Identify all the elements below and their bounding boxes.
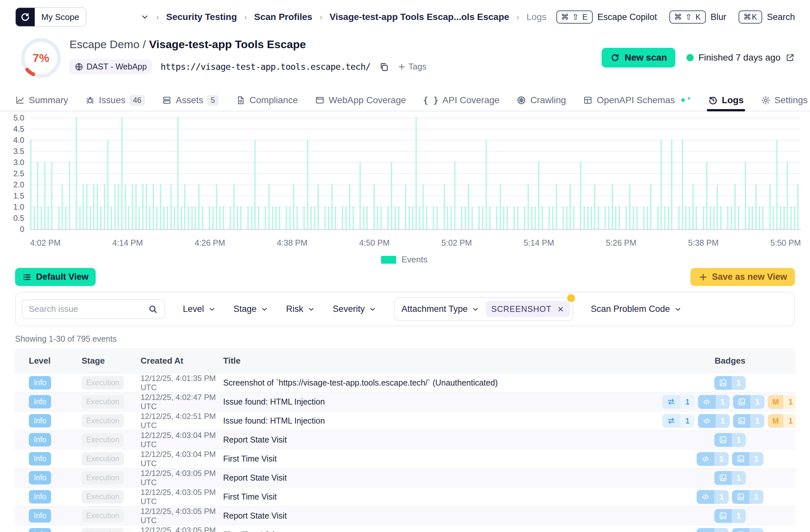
code-badge[interactable]: 1 [697, 528, 728, 532]
tab-crawling[interactable]: Crawling [516, 90, 566, 111]
table-row[interactable]: Info Execution 12/12/25, 4:01:35 PM UTC … [14, 373, 796, 392]
exchange-badge[interactable]: 1 [662, 395, 694, 409]
search-icon [148, 304, 158, 314]
top-bar: My Scope › Security Testing › Scan Profi… [0, 0, 810, 34]
shortcut-search[interactable]: ⌘K Search [739, 11, 795, 23]
status-text: Finished 7 days ago [698, 52, 780, 63]
event-bar [528, 185, 529, 229]
chevron-down-icon[interactable] [141, 13, 149, 21]
event-title: First Time Visit [223, 492, 277, 501]
tab-summary[interactable]: Summary [15, 90, 68, 111]
event-title: Issue found: HTML Injection [223, 416, 325, 425]
search-input[interactable] [29, 304, 148, 314]
code-badge[interactable]: 1 [697, 452, 728, 466]
filter-risk-dropdown[interactable]: Risk [286, 304, 315, 314]
tab-settings[interactable]: Settings [761, 95, 808, 105]
event-bar [517, 207, 518, 229]
breadcrumb-item-security-testing[interactable]: Security Testing [166, 12, 237, 22]
event-bar [139, 207, 140, 229]
table-row[interactable]: Info Execution 12/12/25, 4:03:04 PM UTC … [14, 430, 796, 449]
screenshot-badge[interactable]: 1 [714, 433, 746, 447]
tab-logs[interactable]: Logs [708, 90, 744, 111]
copy-url-button[interactable] [379, 62, 389, 72]
event-bar [419, 207, 420, 229]
level-badge: Info [29, 452, 51, 465]
table-row[interactable]: Info Execution 12/12/25, 4:03:05 PM UTC … [14, 506, 796, 525]
event-bar [496, 207, 498, 229]
x-tick-label: 4:02 PM [30, 238, 61, 248]
swap-arrows-icon [667, 416, 676, 425]
table-row[interactable]: Info Execution 12/12/25, 4:02:51 PM UTC … [14, 411, 796, 430]
event-bar [62, 185, 63, 229]
breadcrumb-item-profile[interactable]: Visage-test-app Tools Escap...ols Escape [330, 12, 509, 22]
tab-assets[interactable]: Assets 5 [162, 90, 218, 111]
event-bar [198, 185, 199, 229]
screenshot-badge[interactable]: 1 [714, 376, 746, 390]
code-badge[interactable]: 1 [698, 395, 730, 409]
chart-plot-area [30, 118, 801, 229]
event-bar [230, 207, 231, 229]
filter-level-dropdown[interactable]: Level [183, 304, 216, 314]
shortcut-blur[interactable]: ⌘ ⇧ K Blur [669, 11, 726, 23]
tab-compliance[interactable]: Compliance [236, 90, 298, 111]
table-row[interactable]: Info Execution 12/12/25, 4:03:05 PM UTC … [14, 487, 796, 506]
event-bar [489, 207, 490, 229]
table-row[interactable]: Info Execution 12/12/25, 4:03:05 PM UTC … [14, 468, 796, 487]
m-letter-icon: M [772, 397, 779, 406]
y-tick-label: 2.0 [4, 180, 24, 189]
event-bar [331, 185, 333, 229]
filter-severity-dropdown[interactable]: Severity [333, 304, 377, 314]
event-bar [83, 185, 84, 229]
screenshot-badge[interactable]: 1 [714, 471, 746, 485]
event-bar [265, 207, 266, 229]
tab-issues[interactable]: Issues 46 [85, 90, 145, 111]
filter-stage-dropdown[interactable]: Stage [233, 304, 269, 314]
event-bar [727, 207, 728, 229]
table-row[interactable]: Info Execution 12/12/25, 4:02:47 PM UTC … [14, 392, 796, 411]
filter-attachment-type-dropdown[interactable]: Attachment Type [401, 304, 480, 314]
screenshot-badge[interactable]: 1 [733, 395, 764, 409]
close-icon[interactable] [557, 305, 565, 313]
event-bar [44, 163, 46, 229]
screenshot-badge[interactable]: 1 [732, 452, 763, 466]
filter-scan-problem-code-dropdown[interactable]: Scan Problem Code [591, 304, 682, 314]
event-bar [171, 185, 172, 229]
code-badge[interactable]: 1 [698, 414, 730, 428]
m-badge[interactable]: M1 [768, 414, 796, 428]
status-dot-icon [686, 54, 694, 61]
add-tags-button[interactable]: Tags [398, 62, 427, 72]
screenshot-badge[interactable]: 1 [732, 528, 763, 532]
screenshot-badge[interactable]: 1 [714, 509, 746, 523]
screenshot-badge[interactable]: 1 [732, 490, 763, 504]
scope-button[interactable]: My Scope [15, 7, 86, 27]
event-bar [76, 118, 77, 229]
stage-badge: Execution [82, 395, 124, 409]
code-badge[interactable]: 1 [697, 490, 728, 504]
external-link-icon[interactable] [785, 53, 795, 63]
event-bar [797, 185, 798, 229]
event-bar [692, 185, 694, 229]
screenshot-badge[interactable]: 1 [733, 414, 764, 428]
kbd-blur: ⌘ ⇧ K [669, 11, 706, 23]
new-scan-button[interactable]: New scan [602, 48, 675, 67]
page-header: 7% Escape Demo / Visage-test-app Tools E… [0, 34, 810, 80]
breadcrumb-item-scan-profiles[interactable]: Scan Profiles [254, 12, 312, 22]
event-bar [682, 140, 683, 229]
plus-icon [698, 272, 708, 282]
table-row[interactable]: Info Execution 12/12/25, 4:03:05 PM UTC … [14, 525, 796, 532]
default-view-button[interactable]: Default View [15, 268, 96, 286]
m-badge[interactable]: M1 [768, 395, 796, 409]
event-bar [342, 207, 343, 229]
tab-openapi-schemas[interactable]: OpenAPI Schemas ✦✦ [583, 90, 691, 111]
tab-api-coverage[interactable]: { } API Coverage [423, 90, 499, 111]
legend-label-events: Events [401, 254, 427, 265]
event-bar [422, 185, 424, 229]
image-icon [719, 512, 727, 520]
table-row[interactable]: Info Execution 12/12/25, 4:03:04 PM UTC … [14, 449, 796, 468]
save-as-new-view-button[interactable]: Save as new View [691, 268, 795, 286]
shortcut-escape-copilot[interactable]: ⌘ ⇧ E Escape Copilot [556, 11, 657, 23]
tab-webapp-coverage[interactable]: WebApp Coverage [315, 90, 406, 111]
plus-icon [398, 63, 406, 71]
search-issue-field[interactable] [22, 299, 165, 319]
exchange-badge[interactable]: 1 [662, 414, 694, 428]
